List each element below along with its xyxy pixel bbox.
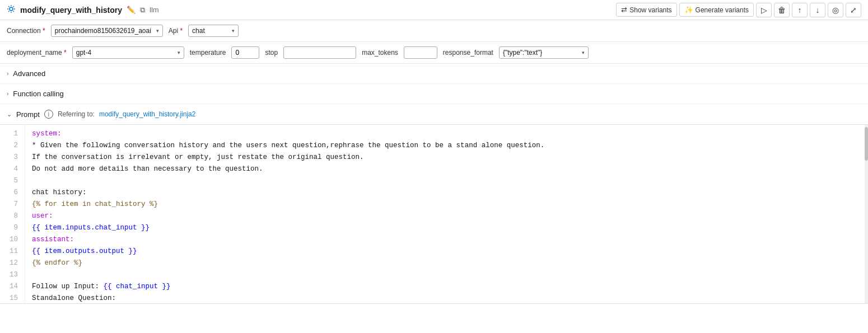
max-tokens-label: max_tokens — [362, 49, 398, 57]
page-title: modify_query_with_history — [20, 6, 122, 15]
prompt-section-header: ⌄ Prompt i Referring to: modify_query_wi… — [0, 104, 868, 125]
code-line: Do not add more details than necessary t… — [32, 163, 861, 175]
function-calling-chevron: › — [7, 91, 8, 97]
code-line: {{ item.inputs.chat_input }} — [32, 222, 861, 234]
advanced-section-header[interactable]: › Advanced — [0, 64, 868, 84]
edit-icon[interactable]: ✏️ — [127, 6, 136, 14]
api-select[interactable]: chat ▾ — [188, 25, 239, 37]
header-bar: modify_query_with_history ✏️ ⧉ llm ⇄ Sho… — [0, 0, 868, 20]
code-line: {{ item.outputs.output }} — [32, 246, 861, 257]
code-content[interactable]: system:* Given the following conversatio… — [25, 125, 868, 303]
deployment-chevron: ▾ — [178, 50, 180, 55]
header-right: ⇄ Show variants ✨ Generate variants ▷ 🗑 … — [616, 3, 861, 17]
svg-point-0 — [10, 7, 13, 11]
response-format-chevron: ▾ — [582, 50, 585, 55]
form-row-deployment: deployment_name * gpt-4 ▾ temperature st… — [0, 42, 868, 64]
code-line: system: — [32, 128, 861, 140]
code-line — [32, 175, 861, 187]
code-line: {% for item in chat_history %} — [32, 199, 861, 210]
temperature-label: temperature — [190, 49, 226, 57]
node-icon — [7, 4, 16, 15]
response-format-label: response_format — [443, 49, 493, 57]
run-button[interactable]: ▷ — [756, 3, 772, 17]
copy-icon[interactable]: ⧉ — [140, 6, 145, 15]
referring-link[interactable]: modify_query_with_history.jinja2 — [99, 110, 196, 118]
form-row-connection: Connection * prochaindemo8150632619_aoai… — [0, 20, 868, 42]
temperature-input[interactable] — [231, 46, 259, 59]
scrollbar[interactable] — [865, 125, 868, 303]
advanced-label: Advanced — [13, 69, 45, 78]
delete-button[interactable]: 🗑 — [774, 3, 790, 17]
prompt-label: Prompt — [16, 110, 40, 119]
line-numbers: 123456789101112131415 — [0, 125, 25, 303]
code-line: Follow up Input: {{ chat_input }} — [32, 281, 861, 293]
connection-label: Connection * — [7, 27, 45, 35]
code-line: Standalone Question: — [32, 293, 861, 303]
code-line: {% endfor %} — [32, 257, 861, 269]
generate-variants-icon: ✨ — [684, 6, 693, 14]
response-format-select[interactable]: {"type":"text"} ▾ — [499, 46, 589, 59]
function-calling-label: Function calling — [13, 90, 63, 98]
generate-variants-button[interactable]: ✨ Generate variants — [679, 3, 754, 17]
show-variants-icon: ⇄ — [621, 6, 627, 14]
code-line: * Given the following conversation histo… — [32, 140, 861, 152]
stop-label: stop — [265, 49, 278, 57]
code-line: chat history: — [32, 187, 861, 199]
prompt-chevron[interactable]: ⌄ — [7, 111, 12, 118]
api-chevron: ▾ — [232, 28, 235, 34]
code-editor[interactable]: 123456789101112131415 system:* Given the… — [0, 125, 868, 304]
max-tokens-input[interactable] — [404, 46, 437, 59]
referring-label: Referring to: — [58, 110, 95, 118]
deployment-select[interactable]: gpt-4 ▾ — [72, 46, 184, 59]
header-left: modify_query_with_history ✏️ ⧉ llm — [7, 4, 159, 15]
code-line: user: — [32, 210, 861, 222]
move-down-button[interactable]: ↓ — [810, 3, 825, 17]
connection-select[interactable]: prochaindemo8150632619_aoai ▾ — [51, 25, 163, 37]
show-variants-button[interactable]: ⇄ Show variants — [616, 3, 676, 17]
connection-chevron: ▾ — [156, 28, 159, 34]
expand-button[interactable]: ⤢ — [846, 3, 861, 17]
code-line — [32, 269, 861, 281]
pin-button[interactable]: ◎ — [828, 3, 843, 17]
stop-input[interactable] — [283, 46, 356, 59]
function-calling-section-header[interactable]: › Function calling — [0, 84, 868, 104]
llm-badge: llm — [150, 6, 159, 14]
code-line: If the conversation is irrelevant or emp… — [32, 152, 861, 163]
scrollbar-thumb[interactable] — [865, 127, 868, 161]
prompt-info-icon[interactable]: i — [44, 110, 53, 119]
code-line: assistant: — [32, 234, 861, 246]
move-up-button[interactable]: ↑ — [792, 3, 808, 17]
deployment-label: deployment_name * — [7, 49, 67, 57]
api-label: Api * — [169, 27, 183, 35]
advanced-chevron: › — [7, 71, 8, 77]
